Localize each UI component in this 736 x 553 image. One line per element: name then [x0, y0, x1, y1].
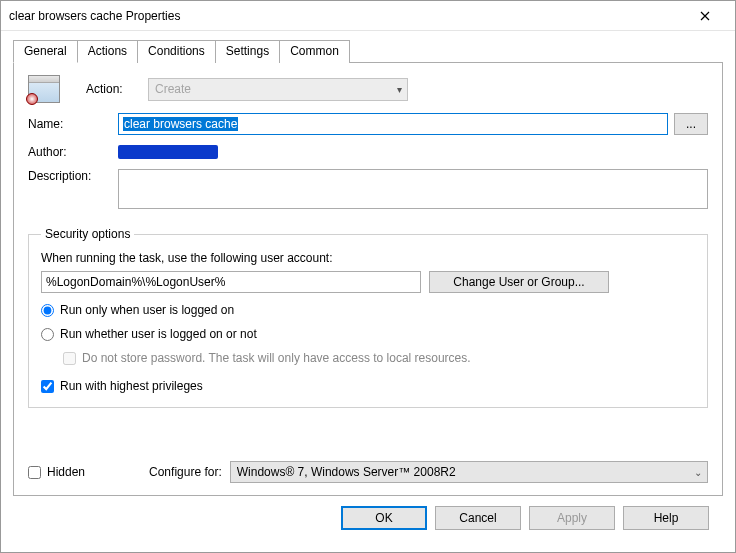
help-button[interactable]: Help	[623, 506, 709, 530]
configure-for-label: Configure for:	[149, 465, 222, 479]
do-not-store-input	[63, 352, 76, 365]
name-label: Name:	[28, 117, 118, 131]
author-value-redacted	[118, 145, 218, 159]
highest-privileges-check[interactable]: Run with highest privileges	[41, 379, 695, 393]
security-legend: Security options	[41, 227, 134, 241]
change-user-button[interactable]: Change User or Group...	[429, 271, 609, 293]
ok-button[interactable]: OK	[341, 506, 427, 530]
general-panel: Action: Create ▾ Name: clear browsers ca…	[13, 62, 723, 496]
tab-general[interactable]: General	[13, 40, 78, 63]
radio-logged-on[interactable]: Run only when user is logged on	[41, 303, 695, 317]
description-input[interactable]	[118, 169, 708, 209]
titlebar: clear browsers cache Properties	[1, 1, 735, 31]
configure-for-select[interactable]: Windows® 7, Windows Server™ 2008R2	[230, 461, 708, 483]
action-select[interactable]: Create	[148, 78, 408, 101]
properties-dialog: clear browsers cache Properties General …	[0, 0, 736, 553]
radio-not-logged-input[interactable]	[41, 328, 54, 341]
description-label: Description:	[28, 169, 118, 183]
hidden-input[interactable]	[28, 466, 41, 479]
tab-actions[interactable]: Actions	[77, 40, 138, 63]
tab-strip: General Actions Conditions Settings Comm…	[13, 39, 723, 62]
window-title: clear browsers cache Properties	[9, 9, 683, 23]
action-label: Action:	[86, 82, 148, 96]
close-icon	[700, 11, 710, 21]
security-prompt: When running the task, use the following…	[41, 251, 695, 265]
close-button[interactable]	[683, 2, 727, 30]
tab-common[interactable]: Common	[279, 40, 350, 63]
cancel-button[interactable]: Cancel	[435, 506, 521, 530]
user-account-input[interactable]	[41, 271, 421, 293]
security-options-group: Security options When running the task, …	[28, 227, 708, 408]
browse-button[interactable]: ...	[674, 113, 708, 135]
tab-settings[interactable]: Settings	[215, 40, 280, 63]
highest-privileges-input[interactable]	[41, 380, 54, 393]
name-input[interactable]: clear browsers cache	[118, 113, 668, 135]
apply-button[interactable]: Apply	[529, 506, 615, 530]
hidden-check[interactable]: Hidden	[28, 465, 85, 479]
task-icon	[28, 75, 60, 103]
dialog-footer: OK Cancel Apply Help	[13, 496, 723, 540]
do-not-store-check: Do not store password. The task will onl…	[63, 351, 695, 365]
radio-not-logged[interactable]: Run whether user is logged on or not	[41, 327, 695, 341]
author-label: Author:	[28, 145, 118, 159]
tab-conditions[interactable]: Conditions	[137, 40, 216, 63]
radio-logged-on-input[interactable]	[41, 304, 54, 317]
